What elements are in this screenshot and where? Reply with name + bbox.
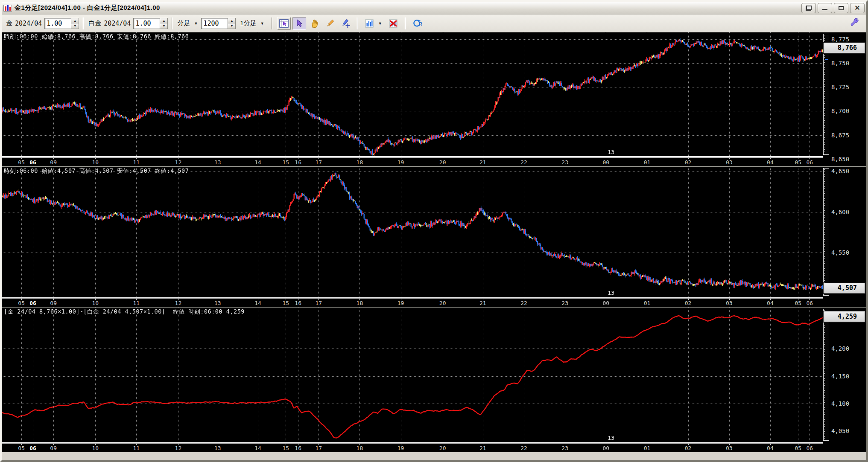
platinum-scale-slider[interactable] <box>823 168 829 296</box>
wrench-icon <box>849 17 860 28</box>
cascade-window-button[interactable] <box>801 3 816 13</box>
cascade-icon <box>806 6 812 11</box>
title-bar[interactable]: 金1分足[2024/04]1.00 - 白金1分足[2024/04]1.00 ✕ <box>2 2 866 15</box>
price-axis-label: 4,600 <box>831 209 849 215</box>
spread-scale-slider[interactable] <box>823 309 829 441</box>
spread-plot[interactable]: [金 24/04 8,766×1.00]-[白金 24/04 4,507×1.0… <box>2 308 823 452</box>
chevron-down-icon[interactable]: ▼ <box>260 21 264 26</box>
svg-text:R: R <box>419 21 422 26</box>
gold-plot[interactable]: 時刻:06:00 始値:8,766 高値:8,766 安値:8,766 終値:8… <box>2 32 823 166</box>
gold-month: 2024/04 <box>15 20 42 27</box>
maximize-button[interactable] <box>834 3 848 13</box>
x-axis-label: 14 <box>254 300 261 306</box>
gold-candlestick-panel: 時刻:06:00 始値:8,766 高値:8,766 安値:8,766 終値:8… <box>2 32 866 166</box>
chevron-down-icon[interactable]: ▼ <box>194 21 198 26</box>
bar-type-dropdown[interactable]: 分足 <box>177 19 190 27</box>
x-axis-label: 10 <box>92 159 99 166</box>
minimize-button[interactable] <box>818 3 832 13</box>
gold-last-price-box: 8,766 <box>824 43 865 53</box>
x-axis-label: 02 <box>685 300 692 306</box>
x-axis-label: 06 <box>29 300 36 306</box>
maximize-icon <box>839 6 844 10</box>
x-axis-label: 12 <box>175 300 182 306</box>
marker-crosshair-button[interactable] <box>339 17 352 30</box>
chart-delete-icon <box>389 19 397 28</box>
x-axis-label: 05 <box>795 159 801 166</box>
hand-pan-button[interactable] <box>308 17 321 30</box>
bar-count-input[interactable] <box>201 18 228 29</box>
platinum-candlestick-panel: 時刻:06:00 始値:4,507 高値:4,507 安値:4,507 終値:4… <box>2 166 866 307</box>
toolbar-separator <box>357 17 358 29</box>
gold-multiplier-input[interactable] <box>44 18 71 29</box>
platinum-chart-canvas[interactable] <box>2 167 823 297</box>
x-axis-label: 14 <box>254 159 261 166</box>
toolbar-separator <box>83 17 84 29</box>
x-axis-label: 03 <box>726 300 733 306</box>
bar-count-stepper[interactable]: ▲▼ <box>228 18 236 29</box>
x-axis-label: 10 <box>92 300 99 306</box>
x-axis-label: 04 <box>767 159 774 166</box>
close-button[interactable]: ✕ <box>850 3 865 13</box>
price-axis-label: 4,650 <box>831 168 849 174</box>
price-axis-label: 4,550 <box>831 249 849 256</box>
platinum-last-price-box: 4,507 <box>824 283 865 293</box>
x-axis-label: 17 <box>315 300 322 306</box>
x-axis-label: 23 <box>561 159 568 166</box>
gold-x-axis: 0506091011121314151617181920212223000102… <box>2 156 823 166</box>
spread-info-line: [金 24/04 8,766×1.00]-[白金 24/04 4,507×1.0… <box>4 308 245 316</box>
x-axis-label: 16 <box>295 445 301 451</box>
toolbar: 金 2024/04 ▲▼ 白金 2024/04 ▲▼ 分足 ▼ ▲▼ 1分足 ▼ <box>2 15 866 32</box>
price-axis-label: 8,750 <box>831 60 849 67</box>
spread-line-panel: [金 24/04 8,766×1.00]-[白金 24/04 4,507×1.0… <box>2 307 866 452</box>
x-axis-label: 05 <box>18 445 25 451</box>
platinum-plot[interactable]: 時刻:06:00 始値:4,507 高値:4,507 安値:4,507 終値:4… <box>2 167 823 307</box>
settings-wrench-button[interactable] <box>849 17 860 28</box>
x-axis-label: 16 <box>295 300 301 306</box>
chart-style-button[interactable] <box>362 17 376 30</box>
x-axis-label: 00 <box>602 445 609 451</box>
reset-button[interactable]: R <box>410 17 424 30</box>
x-axis-label: 00 <box>602 300 609 306</box>
platinum-month: 2024/04 <box>104 20 131 27</box>
price-axis-label: 4,200 <box>831 345 849 352</box>
x-axis-label: 01 <box>644 300 651 306</box>
interval-dropdown[interactable]: 1分足 <box>240 19 256 27</box>
pencil-draw-button[interactable] <box>323 17 337 30</box>
select-cursor-button[interactable] <box>292 17 306 30</box>
x-axis-label: 18 <box>357 445 363 451</box>
reset-icon: R <box>412 19 422 28</box>
chevron-down-icon[interactable]: ▼ <box>378 21 382 26</box>
x-axis-label: 04 <box>767 300 774 306</box>
x-axis-label: 09 <box>50 300 57 306</box>
date-change-label: 13 <box>608 435 614 441</box>
window-bottom-border <box>2 452 866 460</box>
x-axis-label: 17 <box>315 159 322 166</box>
x-axis-label: 06 <box>806 445 813 451</box>
spread-chart-canvas[interactable] <box>2 308 823 442</box>
gold-chart-canvas[interactable] <box>2 32 823 156</box>
spread-x-axis: 0506091011121314151617181920212223000102… <box>2 442 823 452</box>
price-axis-label: 8,650 <box>831 156 849 163</box>
x-axis-label: 21 <box>479 300 486 306</box>
date-change-label: 13 <box>608 149 614 155</box>
date-change-label: 13 <box>608 290 614 296</box>
x-axis-label: 02 <box>685 445 692 451</box>
platinum-multiplier-stepper[interactable]: ▲▼ <box>160 18 168 29</box>
gold-price-axis: 8,766 8,7758,7508,7258,7008,6758,650 <box>823 32 866 166</box>
x-axis-label: 13 <box>214 445 221 451</box>
x-axis-label: 11 <box>133 445 140 451</box>
x-axis-label: 13 <box>214 159 221 166</box>
x-axis-label: 14 <box>254 445 261 451</box>
chart-delete-button[interactable] <box>386 17 400 30</box>
gold-multiplier-stepper[interactable]: ▲▼ <box>71 18 79 29</box>
x-axis-label: 01 <box>644 159 651 166</box>
x-axis-label: 04 <box>767 445 774 451</box>
x-axis-label: 20 <box>439 445 446 451</box>
platinum-multiplier-input[interactable] <box>133 18 160 29</box>
x-axis-label: 06 <box>29 159 36 166</box>
bar-chart-icon <box>365 19 374 28</box>
x-axis-label: 05 <box>18 159 25 166</box>
hand-pan-icon <box>310 19 319 28</box>
chart-pointer-button[interactable] <box>277 17 291 30</box>
x-axis-label: 13 <box>214 300 221 306</box>
